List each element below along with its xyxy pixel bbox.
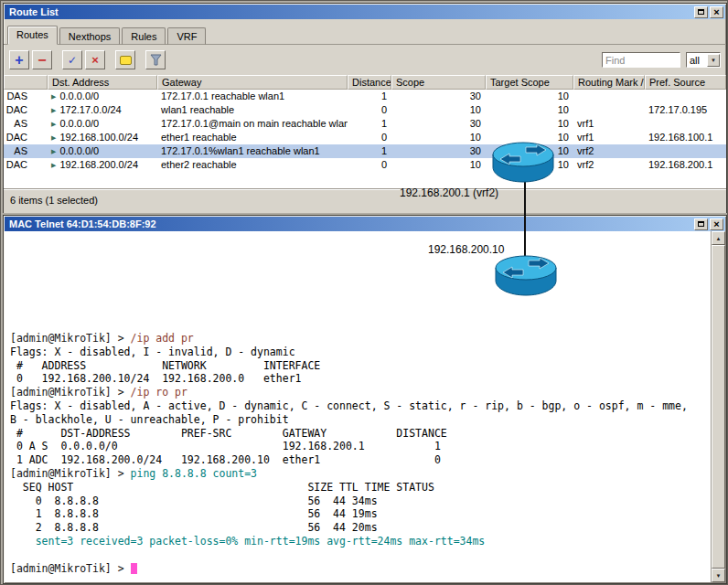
close-button[interactable]: × [710,218,723,230]
column-header-dst-address[interactable]: Dst. Address [48,75,157,90]
route-row[interactable]: DAC▶192.168.200.0/24ether2 reachable0101… [4,158,726,172]
scrollbar-thumb[interactable] [712,245,725,569]
route-cell-pref_source [645,144,726,158]
route-cell-flags: DAC [4,131,48,144]
router-gateway-label: 192.168.200.1 (vrf2) [400,186,498,199]
column-header-scope[interactable]: Scope [391,75,486,90]
enable-route-button[interactable]: ✓ [62,50,82,69]
route-cell-dst: ▶0.0.0.0/0 [48,90,157,103]
route-cell-scope: 30 [391,144,486,158]
column-header-routing-mark[interactable]: Routing Mark / [573,75,645,90]
terminal-line: Flags: X - disabled, A - active, D - dyn… [10,399,688,413]
route-cell-distance: 1 [348,117,391,131]
route-cell-distance: 0 [348,158,391,172]
terminal-line: [admin@MikroTik] > /ip add pr [10,332,688,346]
route-row[interactable]: AS▶0.0.0.0/0172.17.0.1%wlan1 reachable w… [4,144,726,158]
maximize-button[interactable] [694,218,708,230]
route-cell-pref_source: 192.168.100.1 [645,131,726,144]
route-marker-icon: ▶ [51,107,56,113]
route-cell-flags: DAC [4,103,48,117]
scroll-down-icon: ▼ [716,573,722,579]
route-cell-dst: ▶192.168.200.0/24 [48,158,157,172]
route-list-window-controls: × [694,6,723,18]
tab-rules[interactable]: Rules [122,27,166,45]
terminal-line: sent=3 received=3 packet-loss=0% min-rtt… [10,535,688,548]
router-icon-gateway [489,139,557,188]
route-list-titlebar[interactable]: Route List × [5,5,725,19]
route-list-window: Route List × Routes Nexthops Rules VRF +… [3,3,727,213]
tab-vrf[interactable]: VRF [167,27,206,45]
route-cell-dst: ▶0.0.0.0/0 [48,144,157,158]
close-button[interactable]: × [710,6,723,18]
terminal-line: # ADDRESS NETWORK INTERFACE [10,359,688,373]
router-icon [492,252,560,298]
find-scope-dropdown[interactable]: all ▼ [686,52,721,68]
disable-icon: × [91,53,99,67]
route-cell-routing_mark: vrf2 [573,158,645,172]
route-cell-pref_source: 172.17.0.195 [645,103,726,117]
router-icon [489,139,557,185]
route-cell-pref_source: 192.168.200.1 [645,158,726,172]
route-cell-distance: 0 [348,131,391,144]
column-header-distance[interactable]: Distance [348,75,391,90]
route-marker-icon: ▶ [51,134,56,141]
route-row[interactable]: DAC▶192.168.100.0/24ether1 reachable0101… [4,131,726,144]
add-route-button[interactable]: + [9,50,29,69]
scroll-down-button[interactable]: ▼ [712,569,725,582]
route-cell-scope: 10 [391,158,486,172]
route-list-toolbar: + − ✓ × all ▼ [4,45,726,75]
terminal-line: SEQ HOST SIZE TTL TIME STATUS [10,481,688,495]
filter-button[interactable] [145,50,166,69]
route-cell-pref_source [645,117,726,131]
route-cell-gateway: 172.17.0.1 reachable wlan1 [157,90,348,103]
mac-telnet-window: MAC Telnet 64:D1:54:DB:8F:92 × [admin@Mi… [3,215,727,584]
route-table-body: DAS▶0.0.0.0/0172.17.0.1 reachable wlan11… [4,90,726,188]
find-input[interactable] [602,52,680,68]
route-cell-gateway: wlan1 reachable [157,103,348,117]
add-icon: + [15,54,23,67]
route-cell-routing_mark: vrf2 [573,144,645,158]
dropdown-arrow-icon: ▼ [707,54,720,67]
route-marker-icon: ▶ [51,148,56,154]
route-cell-scope: 30 [391,117,486,131]
tab-nexthops[interactable]: Nexthops [59,27,120,45]
terminal-line: # DST-ADDRESS PREF-SRC GATEWAY DISTANCE [10,427,688,441]
route-row[interactable]: DAC▶172.17.0.0/24wlan1 reachable01010172… [4,103,726,117]
route-cell-scope: 10 [391,131,486,144]
terminal-scrollbar[interactable]: ▲ ▼ [711,231,725,582]
filter-icon [150,54,162,66]
route-cell-distance: 1 [348,90,391,103]
comment-icon [120,56,132,65]
route-row[interactable]: DAS▶0.0.0.0/0172.17.0.1 reachable wlan11… [4,90,726,103]
items-count: 6 items (1 selected) [10,195,98,206]
maximize-button[interactable] [694,6,708,18]
column-header-flags[interactable] [4,75,48,90]
comment-button[interactable] [115,50,135,69]
terminal-line: 1 8.8.8.8 56 44 19ms [10,507,688,521]
route-list-tabbar: Routes Nexthops Rules VRF [4,19,726,45]
route-cell-routing_mark [573,90,645,103]
route-cell-target_scope: 10 [486,117,573,131]
route-cell-dst: ▶172.17.0.0/24 [48,103,157,117]
tab-routes[interactable]: Routes [7,26,58,45]
mac-telnet-titlebar[interactable]: MAC Telnet 64:D1:54:DB:8F:92 × [5,217,725,231]
terminal-cursor [131,563,137,574]
route-cell-dst: ▶0.0.0.0/0 [48,117,157,131]
route-marker-icon: ▶ [51,93,56,100]
terminal-output[interactable]: [admin@MikroTik] > /ip add prFlags: X - … [10,332,688,575]
terminal-line: Flags: X - disabled, I - invalid, D - dy… [10,346,688,359]
route-row[interactable]: AS▶0.0.0.0/0172.17.0.1@main on main reac… [4,117,726,131]
column-header-pref-source[interactable]: Pref. Source [645,75,726,90]
winbox-workspace: Route List × Routes Nexthops Rules VRF +… [0,0,728,585]
scroll-up-button[interactable]: ▲ [712,231,725,245]
terminal-line: 0 A S 0.0.0.0/0 192.168.200.1 1 [10,440,688,453]
route-cell-scope: 30 [391,90,486,103]
column-header-gateway[interactable]: Gateway [157,75,348,90]
column-header-target-scope[interactable]: Target Scope [486,75,573,90]
find-scope-value: all [687,55,707,66]
close-icon: × [713,219,719,229]
remove-route-button[interactable]: − [32,50,52,69]
router-local-label: 192.168.200.10 [428,243,504,256]
route-cell-flags: AS [4,117,48,131]
disable-route-button[interactable]: × [85,50,105,69]
